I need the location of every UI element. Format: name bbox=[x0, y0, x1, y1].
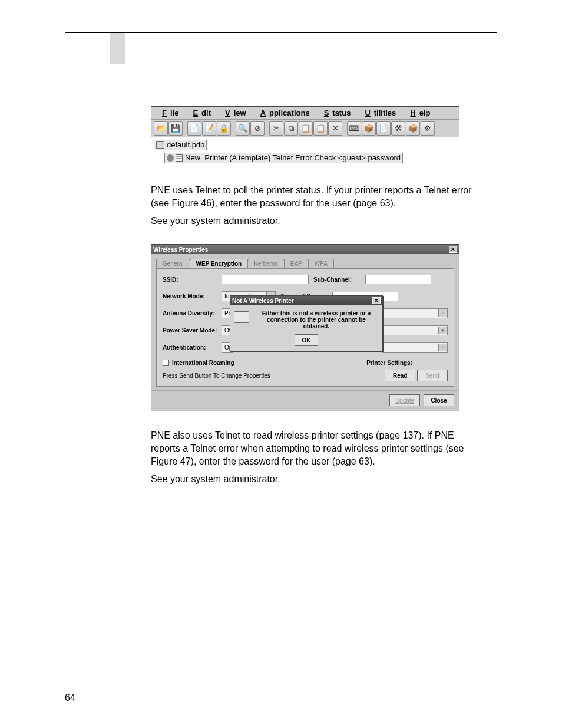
hint-text: Press Send Button To Change Properties bbox=[163, 373, 270, 379]
label-ssid: SSID: bbox=[163, 276, 222, 283]
menu-help[interactable]: Help bbox=[403, 108, 434, 117]
label-network-mode: Network Mode: bbox=[163, 293, 222, 299]
update-button[interactable]: Update bbox=[389, 394, 420, 406]
delete-icon[interactable]: ✕ bbox=[328, 121, 342, 136]
paragraph-4: See your system administrator. bbox=[151, 473, 481, 486]
new-doc-icon[interactable]: 📄 bbox=[187, 121, 201, 136]
lock-doc-icon[interactable]: 🔒 bbox=[217, 121, 231, 136]
menu-file[interactable]: File bbox=[155, 108, 182, 117]
menu-bar: File Edit View Applications Status Utili… bbox=[151, 107, 459, 120]
label-printer-settings: Printer Settings: bbox=[366, 360, 412, 366]
tree-child[interactable]: New_Printer (A template) Telnet Error:Ch… bbox=[164, 153, 403, 163]
chapter-tab bbox=[110, 33, 125, 64]
tabs: General WEP Encryption Kerberos EAP WPA bbox=[151, 254, 459, 268]
tab-eap[interactable]: EAP bbox=[284, 259, 309, 268]
menu-utilities[interactable]: Utilities bbox=[358, 108, 399, 117]
chevron-down-icon: ▼ bbox=[438, 309, 447, 317]
paste2-icon[interactable]: 📋 bbox=[313, 121, 328, 136]
figure-47: Wireless Properties ✕ General WEP Encryp… bbox=[151, 244, 459, 411]
paragraph-2: See your system administrator. bbox=[151, 215, 481, 228]
roaming-checkbox[interactable] bbox=[163, 360, 169, 366]
menu-applications[interactable]: Applications bbox=[253, 108, 313, 117]
tab-wpa[interactable]: WPA bbox=[308, 259, 334, 268]
page-number: 64 bbox=[65, 693, 75, 703]
props-icon[interactable]: ⚙ bbox=[421, 121, 435, 136]
globe-icon bbox=[167, 154, 174, 162]
note-icon[interactable]: 📄 bbox=[376, 121, 391, 136]
tree-area: default.pdb New_Printer (A template) Tel… bbox=[151, 137, 459, 173]
read-button[interactable]: Read bbox=[385, 370, 415, 381]
modal-close-icon[interactable]: ✕ bbox=[372, 297, 381, 304]
label-auth: Authentication: bbox=[163, 344, 222, 351]
paragraph-3: PNE also uses Telnet to read wireless pr… bbox=[151, 429, 481, 468]
menu-edit[interactable]: Edit bbox=[186, 108, 214, 117]
search-icon[interactable]: 🔍 bbox=[236, 121, 250, 136]
cut-icon[interactable]: ✂ bbox=[269, 121, 283, 136]
save-icon[interactable]: 💾 bbox=[168, 121, 183, 136]
dialog-footer: Update Close bbox=[151, 390, 459, 411]
menu-status[interactable]: Status bbox=[317, 108, 355, 117]
stop-icon[interactable]: ⊘ bbox=[250, 121, 265, 136]
header-rule bbox=[65, 32, 497, 33]
auth-right-select[interactable]: ▼ bbox=[382, 342, 448, 353]
modal-line2: connection to the printer cannot be obta… bbox=[254, 317, 379, 330]
label-psm: Power Saver Mode: bbox=[163, 327, 222, 334]
tab-kerberos[interactable]: Kerberos bbox=[247, 259, 285, 268]
psm-right-select[interactable]: ▼ bbox=[382, 325, 448, 335]
box-icon[interactable]: 📦 bbox=[362, 121, 376, 136]
send-button[interactable]: Send bbox=[417, 370, 448, 381]
menu-view[interactable]: View bbox=[218, 108, 250, 117]
list-icon bbox=[176, 154, 183, 162]
subchannel-input[interactable] bbox=[365, 275, 431, 284]
copy-icon[interactable]: ⧉ bbox=[284, 121, 298, 136]
label-roaming: International Roaming bbox=[172, 360, 234, 366]
folder-icon bbox=[156, 141, 164, 149]
modal-ok-button[interactable]: OK bbox=[295, 334, 318, 346]
label-subchannel: Sub-Channel: bbox=[313, 276, 365, 283]
wireless-panel: SSID: Sub-Channel: Network Mode: Infrast… bbox=[156, 268, 454, 387]
label-antenna: Antenna Diversity: bbox=[163, 310, 222, 317]
chevron-down-icon: ▼ bbox=[438, 327, 447, 334]
close-icon[interactable]: ✕ bbox=[449, 246, 457, 253]
figure-46: File Edit View Applications Status Utili… bbox=[151, 106, 459, 173]
tool-icon[interactable]: 🛠 bbox=[391, 121, 405, 136]
antenna-right-select[interactable]: ▼ bbox=[382, 308, 448, 318]
tree-root[interactable]: default.pdb bbox=[154, 140, 207, 150]
open-icon[interactable]: 📂 bbox=[154, 121, 168, 136]
modal-line1: Either this is not a wireless printer or… bbox=[254, 310, 379, 317]
paragraph-1: PNE uses Telnet to poll the printer stat… bbox=[151, 184, 481, 210]
modal-title: Not A Wireless Printer bbox=[232, 298, 294, 304]
wizard-icon[interactable]: 📦 bbox=[406, 121, 420, 136]
tab-wep[interactable]: WEP Encryption bbox=[190, 259, 249, 268]
paste-icon[interactable]: 📋 bbox=[299, 121, 313, 136]
tab-general[interactable]: General bbox=[156, 259, 190, 268]
tree-root-label: default.pdb bbox=[167, 140, 204, 150]
chevron-down-icon: ▼ bbox=[438, 344, 447, 351]
printer-icon bbox=[234, 311, 249, 323]
ssid-input[interactable] bbox=[222, 275, 309, 284]
wireless-title: Wireless Properties bbox=[153, 246, 208, 253]
keyboard-icon[interactable]: ⌨ bbox=[347, 121, 361, 136]
toolbar: 📂 💾 📄 📝 🔒 🔍 ⊘ ✂ ⧉ 📋 📋 ✕ ⌨ 📦 📄 🛠 📦 ⚙ bbox=[151, 120, 459, 137]
edit-doc-icon[interactable]: 📝 bbox=[202, 121, 216, 136]
not-wireless-modal: Not A Wireless Printer ✕ Either this is … bbox=[230, 295, 383, 351]
tree-child-label: New_Printer (A template) Telnet Error:Ch… bbox=[185, 153, 401, 163]
close-button[interactable]: Close bbox=[424, 394, 454, 406]
wireless-titlebar: Wireless Properties ✕ bbox=[151, 245, 459, 254]
